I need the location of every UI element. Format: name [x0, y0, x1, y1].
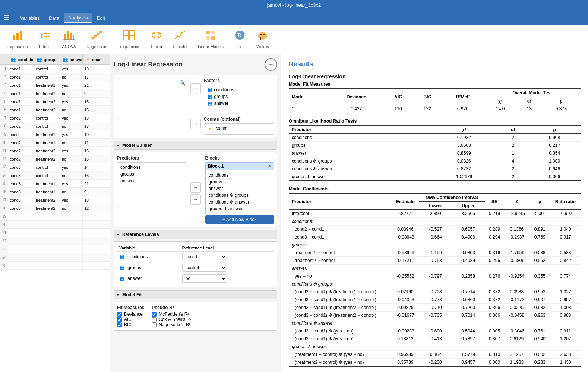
reference-levels-header[interactable]: ▼ Reference Levels	[114, 230, 277, 239]
cell-conditions: cond2	[8, 130, 34, 138]
pseudo-checkbox-item[interactable]: Cox & Snell's R²	[152, 317, 191, 322]
titlebar: jamovi - log-linear_3x3x2	[0, 0, 588, 11]
hamburger-menu[interactable]: ☰	[4, 14, 10, 22]
add-block-button[interactable]: + Add New Block	[205, 215, 274, 224]
coeff-th-lower: Lower	[419, 202, 452, 210]
fit-checkbox-input[interactable]	[117, 312, 122, 317]
cell-conditions: cond1	[8, 106, 34, 114]
fit-checkbox-item[interactable]: Deviance	[117, 312, 144, 317]
mf-x2: 14.0	[484, 105, 517, 113]
block1-label: Block 1	[208, 164, 224, 169]
svg-point-34	[263, 34, 265, 35]
fit-checkbox-input[interactable]	[117, 322, 122, 327]
pseudo-checkbox-input[interactable]	[152, 312, 157, 317]
coeff-row: (treatment1 − control) ✻ (yes − no) 0.96…	[289, 351, 581, 359]
block1-header: Block 1 ✕	[205, 162, 274, 170]
factor-icon	[151, 30, 162, 43]
svg-rect-1	[16, 33, 19, 40]
ref-select[interactable]: no	[182, 274, 227, 283]
ref-levels-label: Reference Levels	[122, 232, 159, 237]
factor-groups-icon: 👥	[207, 94, 213, 99]
menu-variables[interactable]: Variables	[16, 14, 44, 22]
menu-data[interactable]: Data	[44, 14, 63, 22]
toolbar-flexplot[interactable]: Flexplot	[169, 28, 191, 50]
menu-edit[interactable]: Edit	[92, 14, 109, 22]
coeff-p: 0.540	[529, 335, 550, 343]
cell-groups: treatment1	[34, 89, 60, 97]
mf-bic: 122	[413, 105, 442, 113]
cell-answer: yes	[60, 65, 83, 73]
coeff-estimate: 0.35789	[391, 359, 419, 367]
var-input-box[interactable]: 🔍	[117, 78, 187, 119]
th-r2mcf: R²McF	[442, 89, 484, 105]
block-arrow-1[interactable]: →	[190, 182, 201, 193]
toolbar-linear-models[interactable]: Linear Models	[194, 28, 227, 50]
toolbar-frequencies[interactable]: Frequencies	[114, 28, 144, 50]
toolbar-ttests[interactable]: t T-Tests	[35, 28, 55, 50]
coeff-upper	[452, 319, 485, 327]
coeff-lower: -0.230	[419, 359, 452, 367]
coeff-predictor: groups:	[289, 241, 391, 249]
cell-conditions: cond3	[8, 196, 34, 204]
results-analysis-title: Log-Linear Regression	[289, 73, 581, 79]
toolbar-walrus[interactable]: Walrus	[253, 28, 273, 50]
cell-count	[83, 237, 101, 245]
coeff-rate	[550, 241, 581, 249]
r-icon: R	[234, 30, 246, 43]
svg-rect-26	[206, 31, 210, 34]
table-row: 3 cond1 treatment1 yes 21	[0, 81, 110, 89]
coeff-lower	[419, 319, 452, 327]
cell-answer: yes	[60, 163, 83, 171]
coeff-predictor: groups ✻ answer:	[289, 343, 391, 351]
coeff-predictor: conditions ✻ answer:	[289, 319, 391, 327]
factors-arrow-btn[interactable]: →	[190, 83, 201, 94]
coeff-p: 0.355	[529, 272, 550, 280]
ref-select[interactable]: cond1	[182, 253, 227, 261]
cell-groups: control	[34, 114, 60, 122]
coeff-p: 0.562	[529, 257, 550, 265]
fit-checkbox-item[interactable]: AIC	[117, 317, 144, 322]
ref-select[interactable]: control	[182, 264, 227, 272]
coeff-z	[504, 280, 529, 288]
pseudo-checkbox-item[interactable]: McFadden's R²	[152, 312, 191, 317]
toolbar-r[interactable]: R R	[230, 28, 250, 50]
coeff-rate: 0.774	[550, 272, 581, 280]
ref-select-cell[interactable]: cond1	[180, 252, 274, 262]
coeff-lower: -0.735	[419, 312, 452, 319]
counts-arrow-btn[interactable]: →	[190, 119, 201, 129]
toolbar-regression[interactable]: Regression	[83, 28, 111, 50]
toolbar-anova[interactable]: ANOVA	[59, 28, 80, 50]
fit-checkbox-input[interactable]	[117, 317, 122, 322]
svg-rect-29	[211, 36, 215, 40]
coeff-row: groups:	[289, 241, 581, 249]
omni-th-predictor: Predictor	[289, 126, 430, 134]
pseudo-checkbox-item[interactable]: Nagelkerke's R²	[152, 322, 191, 327]
coeff-rate: 0.983	[550, 312, 581, 319]
cell-groups: treatment2	[34, 204, 60, 212]
model-fit-header[interactable]: ▼ Model Fit	[114, 290, 277, 299]
toolbar-exploration[interactable]: Exploration	[4, 28, 32, 50]
svg-rect-9	[70, 33, 72, 40]
cell-count: 9	[83, 89, 101, 97]
coeff-estimate	[391, 280, 419, 288]
cell-groups: treatment2	[34, 155, 60, 163]
pseudo-checkbox-input[interactable]	[152, 322, 157, 327]
ref-level-row: 👥 answer no	[117, 273, 274, 284]
model-builder-header[interactable]: ▼ Model Builder	[114, 141, 277, 150]
panel-arrow-button[interactable]: →	[265, 58, 277, 71]
fit-checkbox-item[interactable]: BIC	[117, 322, 144, 327]
spreadsheet: 👥 conditions 👥 groups 👥 answer 🔸 count 1…	[0, 54, 110, 372]
cell-groups	[34, 221, 60, 228]
pseudo-checkbox-input[interactable]	[152, 317, 157, 322]
ref-select-cell[interactable]: no	[180, 273, 274, 284]
coeff-lower: 2.399	[419, 210, 452, 218]
svg-point-25	[181, 32, 183, 34]
block1-close[interactable]: ✕	[268, 164, 271, 169]
block-arrow-2[interactable]: →	[190, 194, 201, 205]
toolbar-factor[interactable]: Factor	[147, 28, 166, 50]
ref-select-cell[interactable]: control	[180, 262, 274, 273]
row-num: 24	[0, 253, 8, 261]
coeff-th-p: p	[529, 193, 550, 210]
menu-analyses[interactable]: Analyses	[64, 13, 92, 23]
coeff-rate	[550, 218, 581, 226]
